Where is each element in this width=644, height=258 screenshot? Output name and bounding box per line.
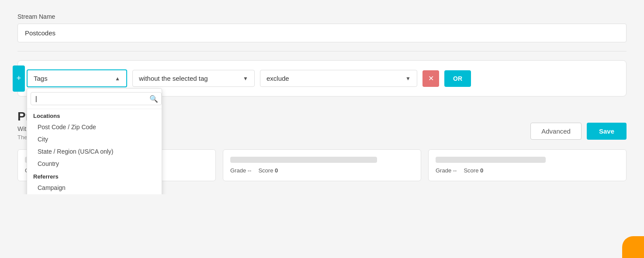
score-label-3: Score 0	[464, 167, 483, 174]
exclude-label: exclude	[267, 75, 289, 82]
menu-item-country[interactable]: Country	[27, 158, 162, 170]
grade-label-3: Grade --	[436, 167, 457, 174]
menu-item-city[interactable]: City	[27, 133, 162, 145]
tags-dropdown-label: Tags	[34, 75, 48, 82]
stream-name-section: Stream Name	[17, 13, 627, 42]
dropdown-search-button[interactable]: 🔍	[149, 95, 158, 103]
condition-chevron-icon: ▼	[243, 76, 248, 82]
filter-card: + Tags ▲ 🔍 Locations Post Code / Zip Cod…	[17, 60, 627, 96]
tags-dropdown[interactable]: Tags ▲	[27, 69, 127, 87]
exclude-dropdown[interactable]: exclude ▼	[260, 70, 417, 87]
menu-item-medium[interactable]: Medium	[27, 194, 162, 194]
score-label-2: Score 0	[258, 167, 278, 174]
dropdown-search-input[interactable]	[31, 92, 162, 105]
condition-label: without the selected tag	[139, 75, 208, 82]
condition-dropdown-wrapper: without the selected tag ▼	[132, 70, 255, 87]
menu-item-state[interactable]: State / Region (US/CA only)	[27, 145, 162, 158]
menu-item-campaign[interactable]: Campaign	[27, 182, 162, 194]
card-meta-2: Grade -- Score 0	[230, 167, 414, 174]
tags-dropdown-menu: 🔍 Locations Post Code / Zip Code City St…	[27, 88, 162, 194]
card-bar-3	[436, 157, 546, 163]
card-meta-3: Grade -- Score 0	[436, 167, 619, 174]
tags-dropdown-wrapper: Tags ▲ 🔍 Locations Post Code / Zip Code …	[27, 69, 127, 87]
or-button[interactable]: OR	[444, 70, 471, 87]
exclude-dropdown-wrapper: exclude ▼	[260, 70, 417, 87]
condition-dropdown[interactable]: without the selected tag ▼	[132, 70, 255, 87]
card-bar-2	[230, 157, 377, 163]
locations-group-label: Locations	[27, 109, 162, 121]
remove-filter-button[interactable]: ✕	[422, 70, 439, 87]
remove-icon: ✕	[428, 74, 434, 83]
divider	[17, 51, 627, 52]
filter-row: Tags ▲ 🔍 Locations Post Code / Zip Code …	[27, 69, 617, 87]
stream-name-label: Stream Name	[17, 13, 627, 20]
save-button[interactable]: Save	[587, 123, 627, 140]
referrers-group-label: Referrers	[27, 170, 162, 182]
stream-name-input[interactable]	[17, 24, 627, 42]
exclude-chevron-icon: ▼	[405, 76, 411, 82]
actions-row: Advanced Save	[530, 123, 627, 140]
contact-card-2: Grade -- Score 0	[223, 149, 421, 181]
chevron-up-icon: ▲	[115, 76, 120, 82]
grade-label-2: Grade --	[230, 167, 251, 174]
contact-card-3: Grade -- Score 0	[428, 149, 627, 181]
menu-item-postcode[interactable]: Post Code / Zip Code	[27, 121, 162, 133]
advanced-button[interactable]: Advanced	[530, 123, 582, 140]
add-filter-button[interactable]: +	[13, 65, 25, 92]
search-box: 🔍	[27, 89, 162, 109]
